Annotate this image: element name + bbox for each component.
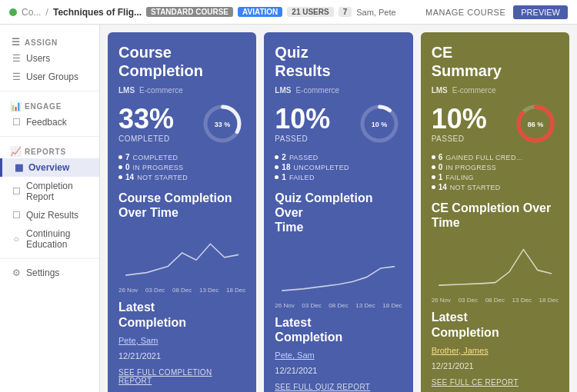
stat-row: 33% COMPLETED 33 % xyxy=(118,101,245,147)
preview-button[interactable]: PREVIEW xyxy=(513,5,568,19)
stat-desc: UNCOMPLETED xyxy=(293,164,349,171)
stat-list-item: 14 NOT STARTED xyxy=(432,183,559,191)
sidebar-divider-2 xyxy=(0,136,99,137)
stat-row: 10% PASSED 86 % xyxy=(432,101,559,147)
main-layout: ☰ ASSIGN ☰ Users ☰ User Groups 📊 ENGAGE … xyxy=(0,25,577,392)
ecom-label: E-commerce xyxy=(295,86,339,95)
card-subtitle: LMS E-commerce xyxy=(275,86,402,95)
engage-section-icon: 📊 xyxy=(11,101,22,111)
sidebar-item-user-groups[interactable]: ☰ User Groups xyxy=(0,68,99,86)
breadcrumb-separator: / xyxy=(45,6,48,18)
lms-label: LMS xyxy=(432,86,448,95)
stat-pct: 33% xyxy=(118,105,174,133)
card-quiz-results: QuizResults LMS E-commerce 10% PASSED 10… xyxy=(264,32,412,392)
cards-row: CourseCompletion LMS E-commerce 33% COMP… xyxy=(108,32,569,392)
chart-date-label: 08 Dec xyxy=(485,297,505,304)
top-bar-right: MANAGE COURSE PREVIEW xyxy=(425,5,568,19)
sidebar-item-overview[interactable]: ▦ Overview xyxy=(0,158,99,177)
stat-desc: COMPLETED xyxy=(133,154,178,161)
course-title: Techniques of Flig... xyxy=(53,7,142,18)
chart-labels: 26 Nov03 Dec08 Dec13 Dec18 Dec xyxy=(432,297,559,304)
sidebar-item-feedback[interactable]: ☐ Feedback xyxy=(0,113,99,131)
sidebar-divider-3 xyxy=(0,258,99,259)
chart-date-label: 26 Nov xyxy=(432,297,451,304)
see-full-report-link[interactable]: SEE FULL COMPLETION REPORT xyxy=(118,368,245,385)
stat-label: COMPLETED xyxy=(118,135,174,143)
see-full-report-link[interactable]: SEE FULL CE REPORT xyxy=(432,378,559,387)
completion-report-icon: ☐ xyxy=(11,186,22,197)
sidebar-item-users[interactable]: ☰ Users xyxy=(0,49,99,68)
sidebar-item-continuing-education[interactable]: ○ Continuing Education xyxy=(0,224,99,254)
stat-row: 10% PASSED 10 % xyxy=(275,101,402,147)
stat-pct-group: 33% COMPLETED xyxy=(118,105,174,143)
card-title: CourseCompletion xyxy=(118,43,245,80)
latest-title: LatestCompletion xyxy=(275,315,402,344)
stat-list-item: 1 FAILING xyxy=(432,173,559,181)
sidebar-item-completion-report[interactable]: ☐ Completion Report xyxy=(0,177,99,206)
latest-user-link[interactable]: Pete, Sam xyxy=(275,350,402,360)
stat-list-item: 1 FAILED xyxy=(275,173,402,181)
badge-aviation: AVIATION xyxy=(238,7,282,17)
latest-date: 12/21/2021 xyxy=(432,361,559,370)
overview-icon: ▦ xyxy=(13,162,24,173)
stat-list-item: 0 IN PROGRESS xyxy=(432,163,559,171)
stat-pct: 10% xyxy=(275,105,330,133)
chart-area xyxy=(275,241,402,295)
main-content: CourseCompletion LMS E-commerce 33% COMP… xyxy=(100,25,577,392)
sidebar-item-quiz-results[interactable]: ☐ Quiz Results xyxy=(0,206,99,224)
svg-text:10 %: 10 % xyxy=(371,121,387,128)
stat-list-item: 14 NOT STARTED xyxy=(118,173,245,181)
latest-user-link[interactable]: Brother, James xyxy=(432,346,559,355)
chart-date-label: 18 Dec xyxy=(539,297,559,304)
stat-list: 7 COMPLETED 0 IN PROGRESS 14 NOT STARTED xyxy=(118,153,245,181)
latest-title: LatestCompletion xyxy=(432,310,559,339)
chart-area xyxy=(118,226,245,280)
sidebar-section-engage: 📊 ENGAGE xyxy=(0,96,99,113)
card-subtitle: LMS E-commerce xyxy=(432,86,559,95)
ecom-label: E-commerce xyxy=(139,86,183,95)
stat-bullet xyxy=(432,175,435,179)
chart-date-label: 13 Dec xyxy=(199,287,218,294)
stat-count: 1 xyxy=(439,173,443,181)
latest-date: 12/21/2021 xyxy=(275,366,402,375)
sidebar-divider-1 xyxy=(0,91,99,91)
chart-date-label: 13 Dec xyxy=(512,297,532,304)
section-title: Quiz Completion OverTime xyxy=(275,191,402,235)
stat-bullet xyxy=(275,175,278,179)
stat-bullet xyxy=(432,155,435,159)
card-subtitle: LMS E-commerce xyxy=(118,86,245,95)
donut-chart: 33 % xyxy=(199,101,245,147)
latest-title: LatestCompletion xyxy=(118,300,245,329)
stat-list-item: 6 GAINED FULL CRED... xyxy=(432,153,559,161)
chart-area xyxy=(432,236,559,290)
manage-course-button[interactable]: MANAGE COURSE xyxy=(425,8,505,17)
lms-label: LMS xyxy=(118,86,135,95)
sidebar-item-settings[interactable]: ⚙ Settings xyxy=(0,264,99,282)
quiz-results-icon: ☐ xyxy=(11,210,22,221)
section-title: CE Completion OverTime xyxy=(432,201,559,230)
stat-list: 2 PASSED 18 UNCOMPLETED 1 FAILED xyxy=(275,153,402,181)
sidebar-section-assign: ☰ ASSIGN xyxy=(0,32,99,49)
badge-standard: STANDARD COURSE xyxy=(146,7,233,17)
stat-bullet xyxy=(118,165,122,169)
badge-num: 7 xyxy=(339,7,352,17)
section-title: Course CompletionOver Time xyxy=(118,191,245,220)
chart-date-label: 26 Nov xyxy=(275,302,294,309)
chart-date-label: 03 Dec xyxy=(459,297,478,304)
chart-date-label: 26 Nov xyxy=(118,287,138,294)
stat-pct-group: 10% PASSED xyxy=(275,105,330,143)
stat-bullet xyxy=(118,155,122,159)
stat-count: 0 xyxy=(439,163,443,171)
reports-section-icon: 📈 xyxy=(11,146,22,157)
chart-labels: 26 Nov03 Dec08 Dec13 Dec18 Dec xyxy=(118,287,245,294)
see-full-report-link[interactable]: SEE FULL QUIZ REPORT xyxy=(275,383,402,391)
donut-chart: 86 % xyxy=(512,101,559,147)
stat-desc: IN PROGRESS xyxy=(445,164,496,171)
donut-chart: 10 % xyxy=(356,101,402,147)
latest-date: 12/21/2021 xyxy=(118,351,245,360)
chart-date-label: 18 Dec xyxy=(226,287,245,294)
stat-count: 0 xyxy=(125,163,130,171)
feedback-icon: ☐ xyxy=(11,117,22,128)
card-course-completion: CourseCompletion LMS E-commerce 33% COMP… xyxy=(108,32,256,392)
latest-user-link[interactable]: Pete, Sam xyxy=(118,336,245,345)
